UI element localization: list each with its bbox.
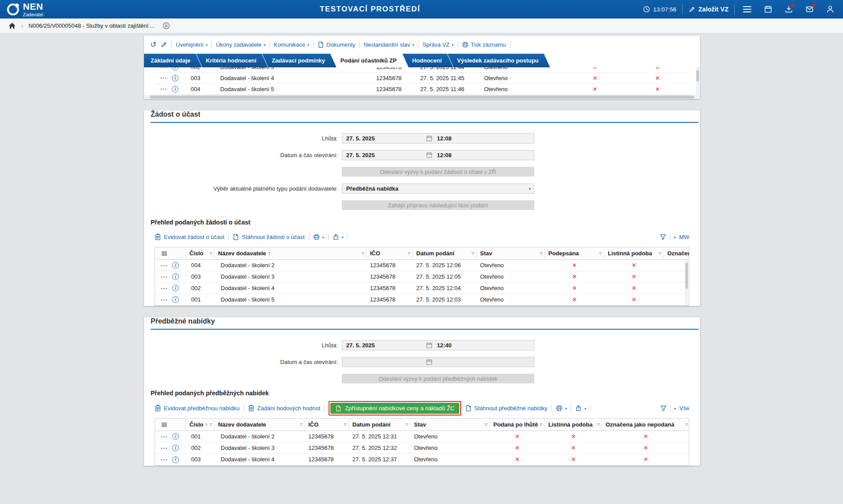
table-row[interactable]: 002 Dodavatel - školení 3 12345678 27. 5… xyxy=(155,442,689,454)
chevron-down-icon[interactable] xyxy=(674,407,676,411)
row-menu-icon[interactable] xyxy=(161,294,168,305)
filter-chevron-icon[interactable] xyxy=(485,419,488,430)
lhuta-field[interactable]: 27. 5. 2025 12:40 xyxy=(342,340,534,350)
info-icon[interactable] xyxy=(172,273,179,280)
filter-chevron-icon[interactable] xyxy=(540,419,543,430)
tab-zakladni-udaje[interactable]: Základní údaje xyxy=(144,54,202,67)
evidovat-predbeznou-button[interactable]: Evidovat předběžnou nabídku xyxy=(155,405,240,412)
info-icon[interactable] xyxy=(172,296,179,303)
lhuta-field[interactable]: 27. 5. 2025 12:08 xyxy=(342,133,534,143)
view-selector[interactable]: MW xyxy=(679,234,689,240)
table-row[interactable]: 004 Dodavatel - školení 2 12345678 27. 5… xyxy=(155,260,689,271)
menu-uverejneni[interactable]: Uveřejnění xyxy=(176,41,207,48)
filter-chevron-icon[interactable] xyxy=(406,419,408,430)
filter-chevron-icon[interactable] xyxy=(300,419,303,430)
messages-icon[interactable] xyxy=(806,5,813,13)
view-selector[interactable]: Vše xyxy=(680,405,689,412)
filter-chevron-icon[interactable] xyxy=(472,247,474,259)
col-header-podana-po-lhute[interactable]: Podaná po lhůtě xyxy=(490,419,545,430)
send-request-button[interactable]: Odeslání výzvy k podání žádostí o účast … xyxy=(342,167,534,177)
filter-icon[interactable] xyxy=(660,234,666,240)
filter-chevron-icon[interactable] xyxy=(540,247,543,259)
history-icon[interactable] xyxy=(150,41,156,48)
tab-podani-ucastniku-zp[interactable]: Podání účastníků ZP xyxy=(331,54,408,67)
zpristupneni-ceny-button[interactable]: Zpřístupnění nabídkové ceny a nákladů ŽC xyxy=(330,403,459,414)
vertical-scrollbar[interactable] xyxy=(685,260,688,305)
info-icon[interactable] xyxy=(172,433,179,440)
edit-icon[interactable] xyxy=(160,41,167,48)
scrollbar-thumb[interactable] xyxy=(685,262,688,289)
vertical-scrollbar[interactable] xyxy=(696,67,699,95)
close-record-icon[interactable] xyxy=(163,22,170,29)
col-header-ico[interactable]: IČO xyxy=(366,247,413,259)
home-icon[interactable] xyxy=(8,22,16,29)
table-row[interactable]: 004 Dodavatel - školení 5 12345678 27. 5… xyxy=(155,84,689,95)
menu-sprava-vz[interactable]: Správa VZ xyxy=(422,41,453,48)
chevron-down-icon[interactable] xyxy=(674,235,676,239)
horizontal-scrollbar[interactable] xyxy=(144,95,700,99)
otevirani-field[interactable] xyxy=(342,357,534,367)
export-button[interactable] xyxy=(575,405,586,412)
downloads-icon[interactable] xyxy=(785,5,793,13)
tab-zadavaci-podminky[interactable]: Zadávací podmínky xyxy=(262,54,336,67)
print-button[interactable] xyxy=(313,234,324,240)
row-menu-icon[interactable] xyxy=(160,67,167,72)
filter-chevron-icon[interactable] xyxy=(597,419,600,430)
select-columns-header[interactable] xyxy=(155,419,186,430)
row-menu-icon[interactable] xyxy=(161,431,168,442)
breadcrumb-record-link[interactable]: N006/25/V00005048 - Služby v oblasti zaj… xyxy=(29,22,155,29)
table-row[interactable]: 002 Dodavatel - školení 3 12345678 27. 5… xyxy=(155,67,689,73)
row-menu-icon[interactable] xyxy=(160,73,167,83)
filter-chevron-icon[interactable] xyxy=(599,247,602,259)
evidovat-zadost-button[interactable]: Evidovat žádost o účast xyxy=(155,234,224,240)
info-icon[interactable] xyxy=(172,262,179,269)
col-header-dodavatel[interactable]: Název dodavatele xyxy=(214,419,305,430)
scrollbar-thumb[interactable] xyxy=(150,96,695,99)
tab-vysledek-zadavaciho-postupu[interactable]: Výsledek zadávacího postupu xyxy=(447,54,550,67)
col-header-stav[interactable]: Stav xyxy=(477,247,545,259)
filter-chevron-icon[interactable] xyxy=(210,419,212,430)
otevirani-field[interactable]: 27. 5. 2025 12:08 xyxy=(342,150,534,160)
info-icon[interactable] xyxy=(172,67,178,70)
col-header-datum[interactable]: Datum podání xyxy=(349,419,410,430)
create-vz-button[interactable]: Založit VZ xyxy=(688,6,728,13)
info-icon[interactable] xyxy=(172,285,179,291)
col-header-podepsana[interactable]: Podepsána xyxy=(545,247,604,259)
calendar-icon[interactable] xyxy=(426,359,433,365)
col-header-datum[interactable]: Datum podání xyxy=(413,247,477,259)
info-icon[interactable] xyxy=(172,456,179,463)
col-header-oznacena[interactable]: Označena jako nepodaná xyxy=(664,247,689,259)
col-header-cislo[interactable]: Číslo xyxy=(186,419,214,430)
menu-nestandardni-stav[interactable]: Nestandardní stav xyxy=(364,41,414,48)
print-button[interactable] xyxy=(556,405,567,412)
col-header-dodavatel[interactable]: Název dodavatele xyxy=(214,247,366,259)
col-header-listinna[interactable]: Listinná podoba xyxy=(545,419,602,430)
tab-hodnoceni[interactable]: Hodnocení xyxy=(403,54,453,67)
row-menu-icon[interactable] xyxy=(161,271,168,282)
table-row[interactable]: 003 Dodavatel - školení 4 12345678 27. 5… xyxy=(155,454,689,465)
filter-chevron-icon[interactable] xyxy=(659,247,662,259)
stahnout-zadosti-button[interactable]: Stáhnout žádosti o účast xyxy=(233,234,304,240)
info-icon[interactable] xyxy=(172,75,178,81)
tab-kriteria-hodnoceni[interactable]: Kritéria hodnocení xyxy=(196,54,268,67)
podani-type-select[interactable]: Předběžná nabídka xyxy=(342,184,534,194)
col-header-listinna[interactable]: Listinná podoba xyxy=(604,247,664,259)
select-columns-header[interactable] xyxy=(155,247,186,259)
menu-komunikace[interactable]: Komunikace xyxy=(274,41,310,48)
table-row[interactable]: 003 Dodavatel - školení 3 12345678 27. 5… xyxy=(155,271,689,283)
next-phase-button[interactable]: Zahájit přípravu následující fáze podání xyxy=(342,200,534,210)
filter-chevron-icon[interactable] xyxy=(362,247,364,259)
col-header-oznacena[interactable]: Označena jako nepodaná xyxy=(602,419,689,430)
row-menu-icon[interactable] xyxy=(161,283,168,294)
calendar-icon[interactable] xyxy=(764,5,772,13)
menu-icon[interactable] xyxy=(743,6,751,13)
col-header-cislo[interactable]: Číslo xyxy=(186,247,214,259)
table-row[interactable]: 002 Dodavatel - školení 4 12345678 27. 5… xyxy=(155,283,689,294)
info-icon[interactable] xyxy=(172,86,178,92)
table-row[interactable]: 001 Dodavatel - školení 5 12345678 27. 5… xyxy=(155,294,689,305)
info-icon[interactable] xyxy=(172,445,179,451)
filter-chevron-icon[interactable] xyxy=(344,419,347,430)
nen-logo[interactable]: NEN Zadavatel xyxy=(0,2,43,17)
send-request-button[interactable]: Odeslání výzvy k podání předběžných nabí… xyxy=(342,374,534,383)
filter-chevron-icon[interactable] xyxy=(210,247,212,259)
